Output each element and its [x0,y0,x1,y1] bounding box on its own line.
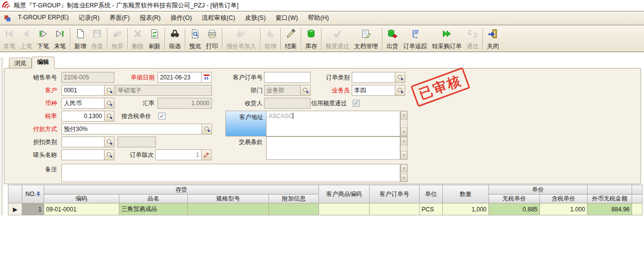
cust-order-no-field[interactable] [264,72,311,83]
remark-scrollbar[interactable]: ∧ ∨ [400,164,408,182]
toolbar-separator [164,28,165,50]
lookup-button[interactable] [202,124,212,134]
tax-included-checkbox[interactable]: ✓ [159,113,165,120]
toolbar-to-purchase-button[interactable]: 转采购订单 [429,27,464,51]
toolbar-filter-button[interactable]: 筛选 [166,27,183,51]
toolbar-label: 首笔 [3,43,15,50]
customer-code-field[interactable]: 0001 [61,85,114,96]
doc-date-field[interactable]: 2021-06-23 31 [158,72,212,83]
cust-address-value: ASCASC [268,113,293,120]
toolbar-doc-manage-button[interactable]: 文档管理 [352,27,380,51]
lookup-button[interactable] [395,85,405,95]
magnifier-icon [106,138,113,145]
toolbar-new-button[interactable]: 新增 [72,27,89,51]
col-header-unit: 单位 [420,185,443,203]
doc-date-label: 单据日期 [124,72,155,83]
toolbar-close-button[interactable]: 关闭 [484,27,501,51]
cell-qty[interactable]: 1,000 [443,203,489,215]
row-selector-arrow[interactable]: ▶ [8,203,22,215]
cust-address-scrollbar[interactable]: ∧ ∨ [400,111,408,136]
toolbar-order-track-button[interactable]: 订单追踪 [401,27,429,51]
lookup-button[interactable] [300,85,310,95]
tab-browse[interactable]: 浏览 [9,58,32,68]
lookup-button[interactable] [104,85,114,95]
menu-item-interface[interactable]: 界面(F) [105,12,135,24]
pass-icon [467,28,478,39]
toolbar-last-record-button[interactable]: 末笔 [52,27,68,51]
quotapass-icon [332,28,343,39]
toolbar-pass-button: 通过 [464,27,481,51]
payment-field[interactable]: 预付30% [61,124,212,134]
scroll-down-button[interactable]: ∨ [401,174,407,182]
toolbar-preview-button[interactable]: 预览 [187,27,204,51]
toolbar-next-record-button[interactable]: 下笔 [35,27,52,51]
tax-rate-field[interactable]: 0.1300 [61,111,114,122]
scroll-down-button[interactable]: ∨ [401,151,407,159]
inventory-icon [306,28,317,39]
order-type-field[interactable] [352,72,405,83]
toolbar-label: 结案 [285,43,297,50]
cell-name: 三角贸易成品 [119,203,188,215]
col-header-spec: 规格型号 [188,195,269,203]
doc-date-value[interactable]: 2021-06-23 [158,72,201,82]
scroll-up-button[interactable]: ∧ [401,111,407,120]
toolbar-close-case-button[interactable]: 结案 [282,27,299,51]
app-window: 顺景『T-GROUP』制造业ERP系统 - 广东顺景软件科技有限公司_PZJ -… [0,0,644,266]
menu-item-skin[interactable]: 皮肤(S) [240,12,271,24]
menu-item-tgroup-erp[interactable]: T-GROUP ERP(E) [13,12,74,24]
lookup-button[interactable] [104,150,114,160]
row-selector-header [8,185,22,203]
calendar-button[interactable]: 31 [201,72,211,82]
discount-type-field[interactable] [61,136,114,147]
cell-price-inc[interactable]: 1.000 [540,203,588,215]
lookup-button[interactable] [104,137,114,147]
salesman-label: 业务员 [324,85,350,96]
cell-cust-code[interactable] [319,203,370,215]
menu-item-record[interactable]: 记录(R) [74,12,105,24]
order-version-field[interactable]: 1 [155,149,212,160]
ship-icon [387,28,398,39]
trade-terms-scrollbar[interactable]: ∧ ∨ [400,136,408,160]
menu-item-operation[interactable]: 操作(O) [165,12,197,24]
toolbar-inventory-button[interactable]: 库存 [303,27,320,51]
grid-row[interactable]: ▶ 1 09-01-0001 三角贸易成品 PCS 1,000 0.885 1.… [8,203,643,215]
cell-code[interactable]: 09-01-0001 [44,203,119,215]
toolbar-label: 转采购订单 [432,43,462,50]
menu-item-flow-audit[interactable]: 流程审核(C) [197,12,240,24]
salesman-field[interactable]: 李四 [352,85,405,96]
trade-terms-textarea[interactable] [266,136,400,160]
col-header-stub [632,195,643,203]
scroll-up-button[interactable]: ∧ [401,137,407,145]
cust-address-textarea[interactable]: ASCASC [266,111,400,136]
cell-extra [269,203,319,215]
menu-item-window[interactable]: 窗口(W) [270,12,303,24]
toolbar-ship-button[interactable]: 出货 [384,27,401,51]
lookup-button[interactable] [395,72,405,82]
next-icon [38,28,49,39]
menu-item-help[interactable]: 帮助(H) [303,12,333,24]
red-pencil-icon [203,152,210,158]
scroll-down-button[interactable]: ∨ [401,128,407,136]
toolbar-label: 上笔 [20,43,32,50]
scroll-up-button[interactable]: ∧ [401,164,407,172]
menu-item-report[interactable]: 报表(R) [135,12,165,24]
toolbar-separator [301,28,301,50]
remark-textarea[interactable] [61,164,400,182]
cell-cust-order[interactable] [370,203,420,215]
credit-pass-checkbox[interactable]: ✓ [353,100,360,107]
toolbar-label: 末笔 [54,43,66,50]
version-edit-button[interactable] [201,150,211,160]
preview-icon [190,28,201,39]
col-header-price-ex: 无税单价 [489,195,540,203]
cust-order-no-label: 客户订单号 [225,72,263,83]
batchadd-icon [265,28,276,39]
tab-edit[interactable]: 编辑 [32,57,54,68]
lookup-button[interactable] [104,111,114,121]
cell-unit[interactable]: PCS [420,203,443,215]
currency-field[interactable]: 人民币 [61,98,114,109]
toolbar-print-button[interactable]: 打印 [204,27,220,51]
mark-name-field[interactable] [61,149,114,160]
lookup-button[interactable] [104,98,114,108]
toolbar-refresh-button[interactable]: 刷新 [146,27,163,51]
col-header-qty: 数量 [443,185,489,203]
